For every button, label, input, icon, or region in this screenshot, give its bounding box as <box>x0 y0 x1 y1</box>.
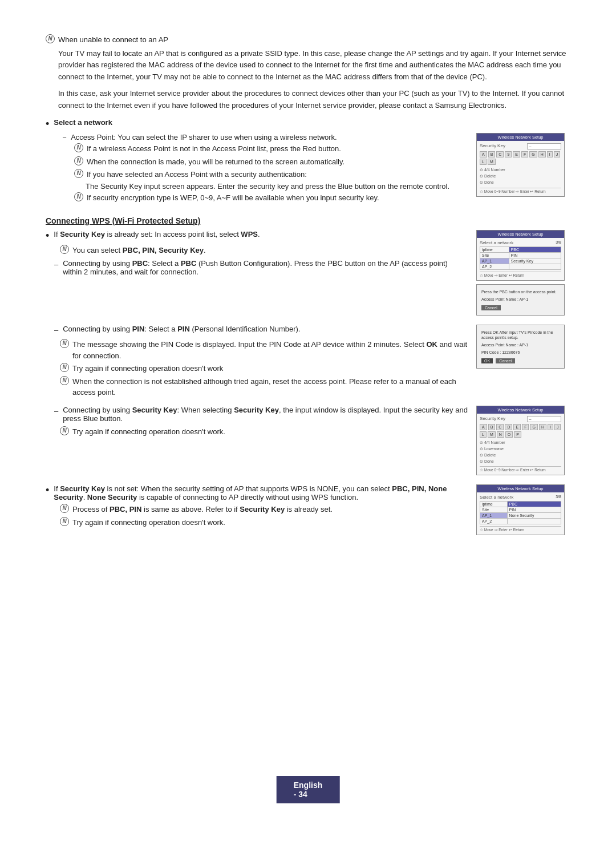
opt-delete: ⊙ Delete <box>480 173 561 179</box>
row3-col1: AP_1 <box>480 258 509 264</box>
key-M: M <box>488 159 496 165</box>
screen4-buttons: OK Cancel <box>481 357 560 363</box>
s6-row1-col2: PBC <box>507 502 561 507</box>
row4-col1: AP_2 <box>480 264 509 270</box>
screen2-row3: AP_1 Security Key <box>480 258 561 264</box>
screen6-header-row: Select a network 3/8 <box>480 495 561 500</box>
pbc-text: Connecting by using PBC: Select a PBC (P… <box>63 259 468 276</box>
screen6-count: 3/8 <box>556 495 561 500</box>
note-screen-auto-text: When the connection is made, you will be… <box>87 156 468 168</box>
opt-done: ⊙ Done <box>480 179 561 185</box>
key-J: J <box>554 151 561 157</box>
opt-number: ⊙ 4/4 Number <box>480 167 561 173</box>
note-screen-auto: N When the connection is made, you will … <box>74 156 468 168</box>
seckey-section: – Connecting by using Security Key: When… <box>54 406 468 423</box>
s6-row3-col1: AP_1 <box>480 513 508 519</box>
wps-section-title: Connecting WPS (Wi-Fi Protected Setup) <box>46 216 570 225</box>
pin-note3-text: When the connection is not established a… <box>72 376 468 398</box>
screen2-row1: iptime PBC <box>480 247 561 253</box>
screen1-keys: A B C 9 E F G H I J L M <box>480 151 561 165</box>
s5-opt-number: ⊙ 4/4 Number <box>480 439 561 446</box>
note-icon-seckey1: N <box>60 426 69 435</box>
row2-col2: PIN <box>509 253 561 258</box>
screen3-msg2: Access Point Name : AP-1 <box>481 297 560 302</box>
note-icon-pbc: N <box>60 245 69 254</box>
row2-col1: Site <box>480 253 509 258</box>
screen1-input: – <box>527 143 561 149</box>
pbc-dash-row: – Connecting by using PBC: Select a PBC … <box>54 259 468 276</box>
row3-col2: Security Key <box>509 258 561 264</box>
screen4-box: Press OK After input TV's Pincode in the… <box>476 325 565 369</box>
cancel-btn-2[interactable]: Cancel <box>496 358 515 363</box>
key-A: A <box>480 151 487 157</box>
note-icon-5: N <box>74 192 83 201</box>
s6-row1-col1: iptime <box>480 502 508 507</box>
wps-pbc-note: N You can select PBC, PIN, Security Key. <box>60 245 468 256</box>
screen2-title: Wireless Network Setup <box>477 231 564 238</box>
note-icon-4: N <box>74 169 83 178</box>
pin-note1: N The message showing the PIN Code is di… <box>60 339 468 361</box>
bullet-select-network-label: Select a network <box>54 118 112 127</box>
row1-col2: PBC <box>509 247 561 253</box>
not-set-note1-text: Process of PBC, PIN is same as above. Re… <box>72 504 468 515</box>
screen6-row2: Site PIN <box>480 507 561 513</box>
screen5-footer: ☆ Move 0~9 Number ⇨ Enter ↩ Return <box>480 466 561 472</box>
note-security-text: If you have selected an Access Point wit… <box>87 169 468 180</box>
dash-seckey: – <box>54 406 58 417</box>
s5-opt-delete: ⊙ Delete <box>480 452 561 458</box>
screen3-cancel: Cancel <box>481 304 560 310</box>
security-subtext: The Security Key input screen appears. E… <box>86 182 468 191</box>
screen4-msg2: Access Point Name : AP-1 <box>481 342 560 348</box>
s5-key-I: I <box>548 424 553 430</box>
ok-btn[interactable]: OK <box>481 358 493 363</box>
screen6-footer: ☆ Move ⇨ Enter ↩ Return <box>480 526 561 532</box>
cancel-btn-1[interactable]: Cancel <box>481 305 501 310</box>
dash-pbc: – <box>54 259 58 270</box>
key-B: B <box>488 151 496 157</box>
screen5-keys: A B C D E F G H I J L M N O P <box>480 424 561 438</box>
row1-col1: iptime <box>480 247 509 253</box>
pin-note2-text: Try again if connecting operation doesn'… <box>72 363 468 374</box>
pin-section: – Connecting by using PIN: Select a PIN … <box>54 325 468 336</box>
pin-note3: N When the connection is not established… <box>60 376 468 398</box>
s5-key-G: G <box>530 424 537 430</box>
key-I: I <box>547 151 553 157</box>
screen6-row3: AP_1 None Security <box>480 513 561 519</box>
intro-note-block: N When unable to connect to an AP Your T… <box>46 34 570 111</box>
screen1-security-row: Security Key – <box>480 143 561 149</box>
screen6-table: iptime PBC Site PIN AP_1 None Security A… <box>480 501 561 524</box>
row4-col2 <box>509 264 561 270</box>
s5-key-A: A <box>480 424 487 430</box>
key-H: H <box>538 151 546 157</box>
key-L: L <box>480 159 487 165</box>
seckey-text: Connecting by using Security Key: When s… <box>63 406 468 423</box>
screen2-table: iptime PBC Site PIN AP_1 Security Key AP… <box>480 246 561 270</box>
screen2-header-row: Select a network 3/8 <box>480 240 561 245</box>
screen1-box: Wireless Network Setup Security Key – A … <box>476 133 565 197</box>
security-subtext-content: The Security Key input screen appears. E… <box>86 182 449 191</box>
screen5-options: ⊙ 4/4 Number ⊙ Lowercase ⊙ Delete ⊙ Done <box>480 439 561 465</box>
not-set-bullet-row: • If Security Key is not set: When the s… <box>46 484 468 502</box>
s5-key-H: H <box>539 424 546 430</box>
s5-key-O: O <box>505 431 513 438</box>
note-icon-3: N <box>74 156 83 165</box>
s6-row2-col1: Site <box>480 507 508 513</box>
screen6-row1: iptime PBC <box>480 502 561 507</box>
note-icon-pin1: N <box>60 339 69 348</box>
s5-key-D: D <box>505 424 512 430</box>
s6-row3-col2: None Security <box>507 513 561 519</box>
note-icon-1: N <box>46 34 55 43</box>
pbc-section: – Connecting by using PBC: Select a PBC … <box>54 259 468 276</box>
screen5-label: Security Key <box>480 416 505 422</box>
screen2-label: Select a network <box>480 240 513 245</box>
s6-row2-col2: PIN <box>507 507 561 513</box>
not-set-bullet-dot: • <box>46 484 49 497</box>
intro-note-row: N When unable to connect to an AP <box>46 34 570 46</box>
key-F: F <box>521 151 528 157</box>
wps-bullet1-text: If Security Key is already set: In acces… <box>54 230 260 238</box>
screen5-box: Wireless Network Setup Security Key – A … <box>476 406 565 476</box>
screen1-footer: ☆ Move 0~9 Number ⇨ Enter ↩ Return <box>480 188 561 194</box>
s5-opt-lower: ⊙ Lowercase <box>480 446 561 452</box>
s5-key-F: F <box>522 424 529 430</box>
wps-bullet1-row: • If Security Key is already set: In acc… <box>46 230 468 242</box>
